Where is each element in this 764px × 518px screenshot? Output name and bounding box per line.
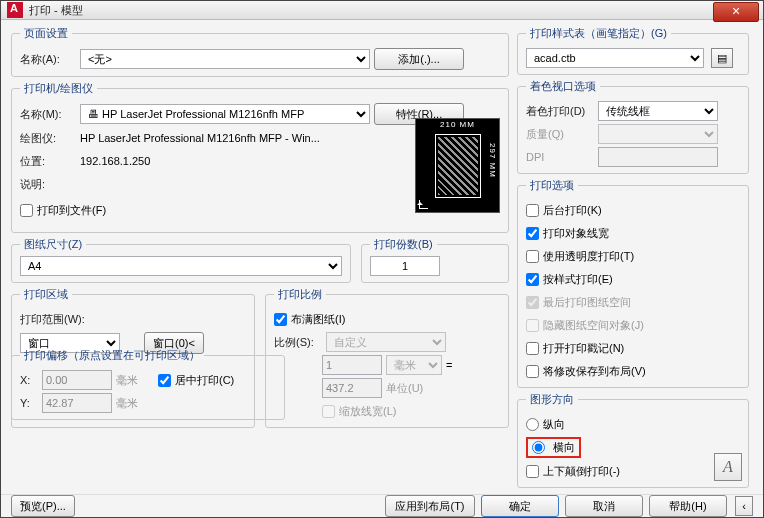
fit-label: 布满图纸(I) — [291, 312, 345, 327]
landscape-radio[interactable] — [532, 441, 545, 454]
last-checkbox — [526, 296, 539, 309]
paper-size-select[interactable]: A4 — [20, 256, 342, 276]
offset-group: 打印偏移（原点设置在可打印区域） X: 毫米 居中打印(C) Y: 毫米 — [11, 348, 285, 420]
bg-label: 后台打印(K) — [543, 203, 602, 218]
ratio-select: 自定义 — [326, 332, 446, 352]
portrait-radio[interactable] — [526, 418, 539, 431]
page-name-label: 名称(A): — [20, 52, 76, 67]
page-setup-group: 页面设置 名称(A): <无> 添加(.)... — [11, 26, 509, 77]
copies-input[interactable] — [370, 256, 440, 276]
style-table-legend: 打印样式表（画笔指定）(G) — [526, 26, 671, 41]
orient-legend: 图形方向 — [526, 392, 578, 407]
location-label: 位置: — [20, 154, 76, 169]
range-label: 打印范围(W): — [20, 312, 85, 327]
x-unit: 毫米 — [116, 373, 138, 388]
print-dialog: 打印 - 模型 × 页面设置 名称(A): <无> 添加(.)... 打印机/绘… — [0, 0, 764, 518]
trans-label: 使用透明度打印(T) — [543, 249, 634, 264]
quality-select — [598, 124, 718, 144]
page-setup-legend: 页面设置 — [20, 26, 72, 41]
preview-height: 297 MM — [488, 143, 497, 212]
stamp-checkbox[interactable] — [526, 342, 539, 355]
x-input — [42, 370, 112, 390]
printer-legend: 打印机/绘图仪 — [20, 81, 97, 96]
orient-icon: A — [714, 453, 742, 481]
center-checkbox[interactable] — [158, 374, 171, 387]
scale-legend: 打印比例 — [274, 287, 326, 302]
hide-label: 隐藏图纸空间对象(J) — [543, 318, 644, 333]
unit-value — [322, 378, 382, 398]
cancel-button[interactable]: 取消 — [565, 495, 643, 517]
y-label: Y: — [20, 397, 38, 409]
quality-label: 质量(Q) — [526, 127, 594, 142]
portrait-label: 纵向 — [543, 417, 565, 432]
printer-name-label: 名称(M): — [20, 107, 76, 122]
expand-button[interactable]: ‹ — [735, 496, 753, 516]
center-label: 居中打印(C) — [175, 373, 234, 388]
shaded-legend: 着色视口选项 — [526, 79, 600, 94]
options-legend: 打印选项 — [526, 178, 578, 193]
paper-size-legend: 图纸尺寸(Z) — [20, 237, 86, 252]
styles-checkbox[interactable] — [526, 273, 539, 286]
scale-line-label: 缩放线宽(L) — [339, 404, 396, 419]
print-area-legend: 打印区域 — [20, 287, 72, 302]
bg-checkbox[interactable] — [526, 204, 539, 217]
style-table-select[interactable]: acad.ctb — [526, 48, 704, 68]
help-button[interactable]: 帮助(H) — [649, 495, 727, 517]
add-button[interactable]: 添加(.)... — [374, 48, 464, 70]
last-label: 最后打印图纸空间 — [543, 295, 631, 310]
content: 页面设置 名称(A): <无> 添加(.)... 打印机/绘图仪 名称(M): … — [1, 20, 763, 494]
printer-group: 打印机/绘图仪 名称(M): 🖶 HP LaserJet Professiona… — [11, 81, 509, 233]
shade-label: 着色打印(D) — [526, 104, 594, 119]
preview-button[interactable]: 预览(P)... — [11, 495, 75, 517]
apply-layout-button[interactable]: 应用到布局(T) — [385, 495, 475, 517]
offset-legend: 打印偏移（原点设置在可打印区域） — [20, 348, 204, 363]
scale-group: 打印比例 布满图纸(I) 比例(S): 自定义 毫米 = 单位(U) — [265, 287, 509, 428]
ok-button[interactable]: 确定 — [481, 495, 559, 517]
style-table-group: 打印样式表（画笔指定）(G) acad.ctb ▤ — [517, 26, 749, 75]
lw-checkbox[interactable] — [526, 227, 539, 240]
save-label: 将修改保存到布局(V) — [543, 364, 646, 379]
footer: 预览(P)... 应用到布局(T) 确定 取消 帮助(H) ‹ — [1, 494, 763, 517]
close-button[interactable]: × — [713, 2, 759, 22]
copies-legend: 打印份数(B) — [370, 237, 437, 252]
equals: = — [446, 359, 452, 371]
hide-checkbox — [526, 319, 539, 332]
print-to-file-label: 打印到文件(F) — [37, 203, 106, 218]
unit-label: 单位(U) — [386, 381, 423, 396]
location-value: 192.168.1.250 — [80, 155, 150, 167]
orient-group: 图形方向 纵向 横向 上下颠倒打印(-) A — [517, 392, 749, 488]
shaded-group: 着色视口选项 着色打印(D)传统线框 质量(Q) DPI — [517, 79, 749, 174]
plotter-value: HP LaserJet Professional M1216nfh MFP - … — [80, 132, 320, 144]
dpi-label: DPI — [526, 151, 594, 163]
preview-width: 210 MM — [416, 120, 499, 129]
y-unit: 毫米 — [116, 396, 138, 411]
stamp-label: 打开打印戳记(N) — [543, 341, 624, 356]
shade-select[interactable]: 传统线框 — [598, 101, 718, 121]
lw-label: 打印对象线宽 — [543, 226, 609, 241]
copies-group: 打印份数(B) — [361, 237, 509, 283]
printer-name-select[interactable]: 🖶 HP LaserJet Professional M1216nfh MFP — [80, 104, 370, 124]
options-group: 打印选项 后台打印(K) 打印对象线宽 使用透明度打印(T) 按样式打印(E) … — [517, 178, 749, 388]
paper-preview: 210 MM 297 MM — [415, 118, 500, 213]
scale-unit-top: 毫米 — [386, 355, 442, 375]
dpi-input — [598, 147, 718, 167]
page-name-select[interactable]: <无> — [80, 49, 370, 69]
app-icon — [7, 2, 23, 18]
window-title: 打印 - 模型 — [29, 3, 83, 18]
desc-label: 说明: — [20, 177, 76, 192]
fit-checkbox[interactable] — [274, 313, 287, 326]
upside-label: 上下颠倒打印(-) — [543, 464, 620, 479]
print-to-file-checkbox[interactable] — [20, 204, 33, 217]
y-input — [42, 393, 112, 413]
upside-checkbox[interactable] — [526, 465, 539, 478]
titlebar: 打印 - 模型 × — [1, 1, 763, 20]
styles-label: 按样式打印(E) — [543, 272, 613, 287]
save-checkbox[interactable] — [526, 365, 539, 378]
paper-size-group: 图纸尺寸(Z) A4 — [11, 237, 351, 283]
landscape-highlight: 横向 — [526, 437, 581, 458]
plotter-label: 绘图仪: — [20, 131, 76, 146]
scale-one — [322, 355, 382, 375]
landscape-label: 横向 — [553, 440, 575, 455]
trans-checkbox[interactable] — [526, 250, 539, 263]
style-edit-button[interactable]: ▤ — [711, 48, 733, 68]
